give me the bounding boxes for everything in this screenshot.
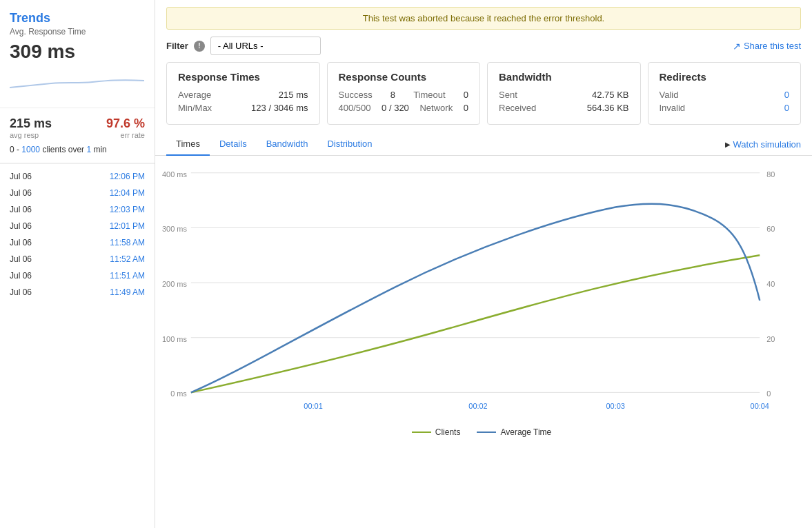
valid-value: 0 bbox=[784, 90, 789, 100]
run-time: 12:04 PM bbox=[110, 188, 145, 198]
sidebar-run-item[interactable]: Jul 0612:01 PM bbox=[0, 218, 155, 234]
invalid-label: Invalid bbox=[660, 103, 686, 113]
response-counts-title: Response Counts bbox=[339, 71, 469, 83]
share-button[interactable]: ↗ Share this test bbox=[733, 41, 801, 52]
received-row: Received 564.36 KB bbox=[499, 103, 629, 113]
avg-resp-value: 215 ms bbox=[10, 116, 52, 131]
success-label: Success bbox=[339, 90, 373, 100]
sidebar-run-item[interactable]: Jul 0612:06 PM bbox=[0, 168, 155, 185]
watch-simulation-button[interactable]: ▶ Watch simulation bbox=[725, 139, 802, 150]
err-rate-value: 97.6 % bbox=[106, 116, 145, 131]
response-times-title: Response Times bbox=[178, 71, 308, 83]
response-times-card: Response Times Average 215 ms Min/Max 12… bbox=[166, 62, 320, 125]
400500-label: 400/500 bbox=[339, 103, 371, 113]
svg-text:400 ms: 400 ms bbox=[162, 170, 187, 179]
invalid-value: 0 bbox=[784, 103, 789, 113]
svg-text:80: 80 bbox=[766, 170, 775, 179]
svg-text:00:03: 00:03 bbox=[606, 402, 624, 410]
run-date: Jul 06 bbox=[10, 238, 32, 247]
network-value: 0 bbox=[464, 103, 468, 113]
run-date: Jul 06 bbox=[10, 205, 32, 214]
received-label: Received bbox=[499, 103, 536, 113]
avg-time-legend-label: Average Time bbox=[500, 427, 551, 437]
share-label: Share this test bbox=[744, 41, 801, 51]
tabs: Times Details Bandwidth Distribution bbox=[166, 133, 382, 155]
legend-clients: Clients bbox=[412, 427, 461, 437]
clients-line bbox=[191, 255, 760, 392]
400500-value: 0 / 320 bbox=[382, 103, 409, 113]
chart-area: 400 ms 300 ms 200 ms 100 ms 0 ms 80 60 4… bbox=[155, 156, 812, 444]
svg-text:100 ms: 100 ms bbox=[162, 335, 187, 343]
sidebar-run-item[interactable]: Jul 0611:49 AM bbox=[0, 284, 155, 301]
play-icon: ▶ bbox=[725, 141, 731, 148]
timeout-label: Timeout bbox=[413, 90, 445, 100]
redirects-title: Redirects bbox=[660, 71, 790, 83]
alert-bar: This test was aborted because it reached… bbox=[166, 7, 801, 30]
sidebar-run-item[interactable]: Jul 0612:04 PM bbox=[0, 185, 155, 201]
sidebar-avg-value: 309 ms bbox=[0, 39, 155, 65]
clients-info: 0 - 1000 clients over 1 min bbox=[0, 142, 155, 160]
valid-row: Valid 0 bbox=[660, 90, 790, 100]
sidebar-run-item[interactable]: Jul 0611:58 AM bbox=[0, 234, 155, 251]
average-value: 215 ms bbox=[279, 90, 308, 100]
run-time: 11:51 AM bbox=[110, 271, 145, 281]
sidebar: Trends Avg. Response Time 309 ms 215 ms … bbox=[0, 0, 155, 528]
legend-avg-time: Average Time bbox=[477, 427, 551, 437]
clients-legend-line bbox=[412, 431, 431, 433]
filter-info-icon: ! bbox=[194, 41, 205, 52]
invalid-row: Invalid 0 bbox=[660, 103, 790, 113]
bandwidth-card: Bandwidth Sent 42.75 KB Received 564.36 … bbox=[487, 62, 641, 125]
tab-distribution[interactable]: Distribution bbox=[317, 133, 382, 156]
tab-times[interactable]: Times bbox=[166, 133, 210, 156]
run-date: Jul 06 bbox=[10, 271, 32, 281]
tabs-row: Times Details Bandwidth Distribution ▶ W… bbox=[155, 133, 812, 156]
filter-select[interactable]: - All URLs - bbox=[210, 37, 321, 55]
svg-text:0 ms: 0 ms bbox=[170, 389, 187, 398]
run-time: 12:06 PM bbox=[110, 172, 145, 181]
received-value: 564.36 KB bbox=[587, 103, 629, 113]
chart-svg: 400 ms 300 ms 200 ms 100 ms 0 ms 80 60 4… bbox=[162, 163, 801, 425]
filter-left: Filter ! - All URLs - bbox=[166, 37, 321, 55]
sidebar-run-item[interactable]: Jul 0611:52 AM bbox=[0, 251, 155, 267]
sidebar-sparkline bbox=[0, 65, 155, 105]
svg-text:300 ms: 300 ms bbox=[162, 225, 187, 233]
filter-label: Filter bbox=[166, 41, 188, 51]
run-date: Jul 06 bbox=[10, 254, 32, 264]
response-counts-card: Response Counts Success 8 Timeout 0 400/… bbox=[327, 62, 481, 125]
sent-label: Sent bbox=[499, 90, 517, 100]
run-time: 11:52 AM bbox=[110, 254, 145, 264]
run-time: 11:58 AM bbox=[110, 238, 145, 247]
tab-bandwidth[interactable]: Bandwidth bbox=[257, 133, 318, 156]
sidebar-stats: 215 ms avg resp 97.6 % err rate bbox=[0, 111, 155, 142]
avg-time-line bbox=[191, 204, 760, 393]
timeout-value: 0 bbox=[464, 90, 468, 100]
filter-row: Filter ! - All URLs - ↗ Share this test bbox=[155, 37, 812, 62]
run-time: 11:49 AM bbox=[110, 287, 145, 297]
svg-text:40: 40 bbox=[766, 280, 775, 288]
run-date: Jul 06 bbox=[10, 172, 32, 181]
main-content: This test was aborted because it reached… bbox=[155, 0, 812, 528]
sent-value: 42.75 KB bbox=[592, 90, 629, 100]
run-date: Jul 06 bbox=[10, 188, 32, 198]
sidebar-divider-2 bbox=[0, 163, 155, 164]
bandwidth-title: Bandwidth bbox=[499, 71, 629, 83]
avg-time-legend-line bbox=[477, 431, 496, 433]
tab-details[interactable]: Details bbox=[210, 133, 257, 156]
run-date: Jul 06 bbox=[10, 287, 32, 297]
sidebar-run-item[interactable]: Jul 0611:51 AM bbox=[0, 267, 155, 284]
valid-label: Valid bbox=[660, 90, 679, 100]
svg-text:00:02: 00:02 bbox=[468, 402, 487, 410]
svg-text:0: 0 bbox=[766, 389, 771, 398]
sidebar-divider-1 bbox=[0, 108, 155, 108]
minmax-value: 123 / 3046 ms bbox=[251, 103, 308, 113]
svg-text:20: 20 bbox=[766, 335, 775, 343]
svg-text:00:01: 00:01 bbox=[304, 402, 322, 410]
svg-text:60: 60 bbox=[766, 225, 775, 233]
sent-row: Sent 42.75 KB bbox=[499, 90, 629, 100]
avg-resp-label: avg resp bbox=[10, 131, 52, 139]
network-label: Network bbox=[419, 103, 453, 113]
clients-legend-label: Clients bbox=[435, 427, 461, 437]
run-time: 12:01 PM bbox=[110, 221, 145, 231]
stat-400-row: 400/500 0 / 320 Network 0 bbox=[339, 103, 469, 113]
sidebar-run-item[interactable]: Jul 0612:03 PM bbox=[0, 201, 155, 218]
